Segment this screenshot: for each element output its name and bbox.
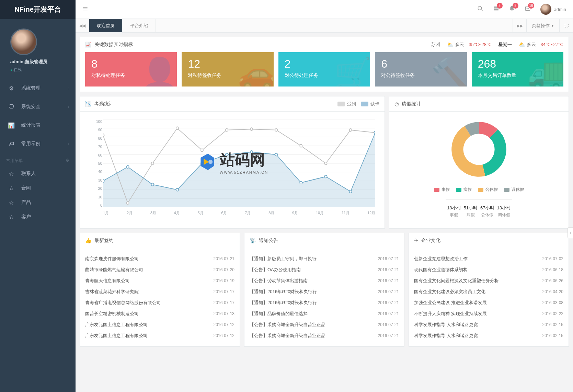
menu-section-title: 常用菜单 ⚙ <box>0 153 76 166</box>
list-item[interactable]: 【公告】采购商城全新升级自营业正品2016-07-21 <box>250 319 399 330</box>
nav-examples[interactable]: 🏷常用示例› <box>0 135 76 153</box>
list-item[interactable]: 【公告】OA办公使用指南2016-07-21 <box>250 264 399 275</box>
legend-late[interactable]: 迟到 <box>337 101 356 107</box>
tab-home[interactable]: 欢迎首页 <box>89 19 123 32</box>
line-chart-icon: 📈 <box>85 42 92 48</box>
list-item[interactable]: 【公告】劳动节集体出游指南2016-07-21 <box>250 275 399 286</box>
nav-label: 客户 <box>21 214 69 220</box>
legend-miss[interactable]: 缺卡 <box>361 101 379 107</box>
user-menu[interactable]: admin <box>540 4 566 15</box>
leave-stats: 18小时事假51小时病假67小时公休假13小时调休假 <box>446 199 512 223</box>
list-item[interactable]: 【通知】新版员工守则，即日执行2016-07-21 <box>250 253 399 264</box>
weather-day: 星期一 <box>498 42 512 48</box>
menu-toggle-icon[interactable]: ☰ <box>82 5 88 13</box>
legend-item[interactable]: 调休假 <box>504 187 524 193</box>
list-item[interactable]: 南京森鹿皮件服饰有限公司2016-07-21 <box>85 253 234 264</box>
fullscreen-icon[interactable]: ⛶ <box>559 19 573 32</box>
list-item[interactable]: 吉林省蔬菜花卉科学研究院2016-07-17 <box>85 286 234 297</box>
subnav-customers[interactable]: ☆客户 <box>0 210 76 224</box>
tab-scroll-left[interactable]: ◀◀ <box>76 19 89 32</box>
kpi-card[interactable]: 2对公待处理任务🛒 <box>278 52 370 87</box>
list-item[interactable]: 广东友元国土信息工程有限公司2016-07-12 <box>85 330 234 341</box>
subnav-products[interactable]: ☆产品 <box>0 195 76 210</box>
app-logo: NFine开发平台 <box>0 0 76 19</box>
list-item[interactable]: 【通知】2016年G20财长和央行行2016-07-21 <box>250 286 399 297</box>
svg-point-32 <box>151 183 154 186</box>
star-icon: ☆ <box>8 214 15 220</box>
kpi-card[interactable]: 8对私待处理任务👤 <box>85 52 177 87</box>
nav-reports[interactable]: 📊统计报表› <box>0 116 76 135</box>
avatar <box>540 4 551 15</box>
subnav-contacts[interactable]: ☆联系人 <box>0 166 76 181</box>
list-item[interactable]: 科学发展作指导 人水和谐路更宽2016-02-15 <box>414 319 563 330</box>
svg-point-24 <box>250 128 253 130</box>
list-item[interactable]: 不断提升大庆精神 实现企业持续发展2016-02-22 <box>414 308 563 319</box>
svg-point-34 <box>201 162 203 165</box>
notices-panel: 📡通知公告 【通知】新版员工守则，即日执行2016-07-21【公告】OA办公使… <box>244 233 404 347</box>
list-item[interactable]: 国有企业文化问题根源及文化重塑任务分析2016-06-26 <box>414 275 563 286</box>
svg-point-26 <box>300 145 302 147</box>
avatar[interactable] <box>10 28 37 55</box>
list-item[interactable]: 科学发展作指导 人水和谐路更宽2016-02-15 <box>414 330 563 341</box>
list-item[interactable]: 广东友元国土信息工程有限公司2016-07-12 <box>85 319 234 330</box>
search-icon[interactable] <box>477 5 483 13</box>
kpi-card[interactable]: 12对私待签收任务🚗 <box>182 52 273 87</box>
list-item[interactable]: 国营长空精密机械制造公司2016-07-13 <box>85 308 234 319</box>
legend-item[interactable]: 事假 <box>434 187 450 193</box>
main-area: ☰ 5 8 16 admin ◀◀ <box>76 0 573 392</box>
list-item[interactable]: 青海省广播电视信息网络股份有限公司2016-07-17 <box>85 297 234 308</box>
nav-system-security[interactable]: 🖵系统安全› <box>0 97 76 116</box>
tab-operations[interactable]: 页签操作▼ <box>526 19 559 32</box>
list-item[interactable]: 【公告】采购商城全新升级自营业正品2016-07-21 <box>250 330 399 341</box>
main-nav: ⚙系统管理› 🖵系统安全› 📊统计报表› 🏷常用示例› <box>0 79 76 153</box>
pie-chart-icon: ◔ <box>394 101 399 107</box>
svg-point-30 <box>103 180 104 182</box>
monitor-icon: 🖵 <box>8 104 15 110</box>
kpi-panel: 📈关键数据实时指标 苏州 多云 35℃~28℃ 星期一 多云 34℃~27℃ 8… <box>80 37 569 92</box>
side-drawer-toggle[interactable]: ‹ <box>568 227 573 238</box>
list-item[interactable]: 创新企业党建思想政治工作2016-07-02 <box>414 253 563 264</box>
list-item[interactable]: 现代国有企业道德体系初构2016-06-18 <box>414 264 563 275</box>
svg-rect-4 <box>494 9 498 10</box>
svg-point-40 <box>349 190 352 193</box>
chevron-right-icon: › <box>68 123 69 127</box>
car-icon: 🚗 <box>238 56 274 87</box>
svg-point-22 <box>201 149 203 152</box>
list-item[interactable]: 【通知】2016年G20财长和央行行2016-07-21 <box>250 297 399 308</box>
list-item[interactable]: 青海航天信息有限公司2016-07-19 <box>85 275 234 286</box>
nav-system-manage[interactable]: ⚙系统管理› <box>0 79 76 97</box>
panel-title: 请假统计 <box>402 101 421 107</box>
svg-point-35 <box>226 153 228 156</box>
culture-panel: ✈企业文化 创新企业党建思想政治工作2016-07-02现代国有企业道德体系初构… <box>409 233 569 347</box>
flag-icon[interactable]: 5 <box>493 5 499 13</box>
user-status: 在线 <box>10 67 76 73</box>
svg-point-21 <box>176 127 179 130</box>
legend-item[interactable]: 公休假 <box>478 187 498 193</box>
tab-about[interactable]: 平台介绍 <box>123 19 156 32</box>
panel-title: 关键数据实时指标 <box>94 42 133 48</box>
kpi-card[interactable]: 6对公待签收任务🔨 <box>375 52 467 87</box>
svg-point-39 <box>324 175 327 178</box>
kpi-card[interactable]: 268本月交易订单数量🚚 <box>472 52 563 87</box>
legend-item[interactable]: 病假 <box>456 187 472 193</box>
chevron-right-icon: › <box>68 142 69 146</box>
svg-point-18 <box>103 134 104 137</box>
nav-label: 统计报表 <box>21 122 68 128</box>
list-item[interactable]: 曲靖市绿能燃气运输有限公司2016-07-20 <box>85 264 234 275</box>
svg-point-38 <box>300 181 302 184</box>
panel-title: 通知公告 <box>259 238 278 244</box>
tab-scroll-right[interactable]: ▶▶ <box>513 19 526 32</box>
svg-point-31 <box>126 165 129 168</box>
subnav-contracts[interactable]: ☆合同 <box>0 181 76 195</box>
gear-icon[interactable]: ⚙ <box>66 158 69 164</box>
bell-icon[interactable]: 8 <box>509 5 515 13</box>
list-item[interactable]: 【通知】品牌价值的最佳选择2016-07-21 <box>250 308 399 319</box>
truck-icon: 🚚 <box>527 56 563 87</box>
stat-cell: 18小时事假 <box>446 200 462 223</box>
badge: 16 <box>528 3 534 9</box>
list-item[interactable]: 加强企业公民建设 推进企业和谐发展2016-03-08 <box>414 297 563 308</box>
mail-icon[interactable]: 16 <box>525 5 531 13</box>
svg-point-20 <box>151 162 154 165</box>
tabbar: ◀◀ 欢迎首页 平台介绍 ▶▶ 页签操作▼ ⛶ <box>76 19 573 33</box>
list-item[interactable]: 国有企业文化建设必须突出员工文化2016-04-20 <box>414 286 563 297</box>
